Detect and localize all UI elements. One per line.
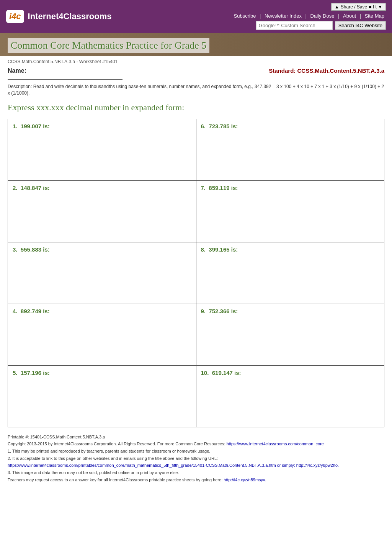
name-section: Name: [8, 67, 196, 80]
problem-cell-8: 8. 399.165 is: [196, 242, 384, 304]
problem-label-7: 7. 859.119 is: [201, 185, 238, 191]
logo-area: i4c Internet4Classrooms [6, 10, 111, 23]
logo-i4c-text: i4c [9, 11, 21, 21]
page-footer: Printable #: 15401-CCSS.Math.Content.5.N… [8, 433, 384, 484]
problem-label-8: 8. 399.165 is: [201, 246, 238, 253]
url1: https://www.internet4classrooms.com/prin… [8, 462, 384, 469]
standard-section: Standard: CCSS.Math.Content.5.NBT.A.3.a [196, 67, 384, 74]
nav-area: ▲ Share / Save ■ f t ▼ Subscribe | Newsl… [232, 3, 386, 30]
note3: 3. This image and data thereon may not b… [8, 469, 384, 476]
problem-cell-5: 5. 157.196 is: [8, 366, 196, 427]
problem-row-3: 3. 555.883 is: 8. 399.165 is: [8, 242, 384, 304]
name-line [8, 79, 122, 80]
problems-grid: 1. 199.007 is: 6. 723.785 is: 2. 148.847… [8, 119, 384, 427]
page-content: CCSS.Math.Content.5.NBT.A.3.a - Workshee… [0, 56, 392, 491]
worksheet-title: Express xxx.xxx decimal number in expand… [8, 103, 384, 113]
problem-cell-10: 10. 619.147 is: [196, 366, 384, 427]
search-button[interactable]: Search I4C Website [335, 21, 386, 30]
copyright-link[interactable]: https://www.internet4classrooms.com/comm… [227, 442, 324, 446]
problem-cell-4: 4. 892.749 is: [8, 304, 196, 365]
nav-about[interactable]: About [343, 13, 356, 19]
problem-cell-9: 9. 752.366 is: [196, 304, 384, 365]
problem-row-1: 1. 199.007 is: 6. 723.785 is: [8, 119, 384, 181]
nav-subscribe[interactable]: Subscribe [234, 13, 256, 19]
name-label: Name: [8, 67, 26, 74]
answer-key-link[interactable]: http://i4c.xyz/n89msyv. [224, 477, 266, 482]
top-nav: Subscribe | Newsletter Index | Daily Dos… [232, 13, 386, 19]
problem-label-3: 3. 555.883 is: [13, 246, 50, 253]
logo-box: i4c [6, 10, 24, 23]
banner-title: Common Core Mathematics Practice for Gra… [8, 38, 209, 53]
problem-row-4: 4. 892.749 is: 9. 752.366 is: [8, 304, 384, 366]
printable-number: Printable #: 15401-CCSS.Math.Content.5.N… [8, 433, 384, 441]
social-icons: ■ f t ▼ [369, 4, 382, 10]
share-label: Share / Save [341, 4, 367, 10]
problem-label-1: 1. 199.007 is: [13, 123, 50, 129]
copyright-line: Copyright 2013-2015 by Internet4Classroo… [8, 440, 384, 448]
problem-label-10: 10. 619.147 is: [201, 370, 241, 376]
share-button[interactable]: ▲ Share / Save ■ f t ▼ [331, 3, 386, 11]
problem-row-2: 2. 148.847 is: 7. 859.119 is: [8, 181, 384, 242]
breadcrumb: CCSS.Math.Content.5.NBT.A.3.a - Workshee… [8, 59, 384, 64]
share-icon: ▲ [335, 4, 339, 10]
note4: Teachers may request access to an answer… [8, 476, 384, 484]
description: Description: Read and write decimals to … [8, 83, 384, 96]
page-header: i4c Internet4Classrooms ▲ Share / Save ■… [0, 0, 392, 33]
problem-label-6: 6. 723.785 is: [201, 123, 238, 129]
name-standard-row: Name: Standard: CCSS.Math.Content.5.NBT.… [8, 67, 384, 80]
problem-label-5: 5. 157.196 is: [13, 370, 50, 376]
note2: 2. It is acceptable to link to this page… [8, 455, 384, 462]
nav-newsletter-index[interactable]: Newsletter Index [265, 13, 302, 19]
note1: 1. This may be printed and reproduced by… [8, 448, 384, 455]
page-banner: Common Core Mathematics Practice for Gra… [0, 33, 392, 56]
problem-cell-1: 1. 199.007 is: [8, 119, 196, 180]
standard-text: Standard: CCSS.Math.Content.5.NBT.A.3.a [269, 67, 384, 74]
search-row: Search I4C Website [256, 21, 386, 30]
problem-cell-7: 7. 859.119 is: [196, 181, 384, 242]
problem-cell-3: 3. 555.883 is: [8, 242, 196, 304]
nav-site-map[interactable]: Site Map [365, 13, 384, 19]
problem-cell-6: 6. 723.785 is: [196, 119, 384, 180]
problem-label-2: 2. 148.847 is: [13, 185, 50, 191]
site-name: Internet4Classrooms [28, 11, 112, 21]
problem-row-5: 5. 157.196 is: 10. 619.147 is: [8, 366, 384, 427]
worksheet-url[interactable]: https://www.internet4classrooms.com/prin… [8, 463, 339, 468]
problem-label-9: 9. 752.366 is: [201, 308, 238, 314]
problem-cell-2: 2. 148.847 is: [8, 181, 196, 242]
problem-label-4: 4. 892.749 is: [13, 308, 50, 314]
nav-daily-dose[interactable]: Daily Dose [310, 13, 335, 19]
search-input[interactable] [256, 21, 333, 30]
